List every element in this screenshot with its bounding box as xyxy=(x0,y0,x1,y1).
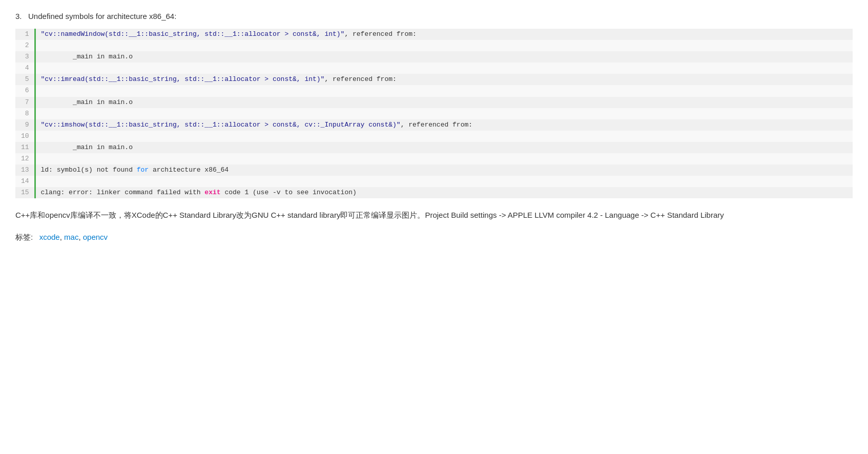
tag-link[interactable]: mac xyxy=(64,233,78,241)
line-content: clang: error: linker command failed with… xyxy=(35,187,853,198)
code-line: 10 xyxy=(15,131,853,142)
code-line: 8 xyxy=(15,108,853,119)
line-content xyxy=(35,85,853,96)
code-line: 2 xyxy=(15,40,853,51)
tag-link[interactable]: opencv xyxy=(83,233,108,241)
line-number: 8 xyxy=(15,108,35,119)
line-number: 15 xyxy=(15,187,35,198)
code-line: 1"cv::namedWindow(std::__1::basic_string… xyxy=(15,29,853,40)
line-number: 9 xyxy=(15,119,35,131)
code-line: 15clang: error: linker command failed wi… xyxy=(15,187,853,198)
code-line: 12 xyxy=(15,153,853,164)
tags-label: 标签: xyxy=(15,233,33,241)
tag-link[interactable]: xcode xyxy=(39,233,60,241)
tags-line: 标签: xcode, mac, opencv xyxy=(15,231,853,243)
line-number: 5 xyxy=(15,74,35,85)
code-line: 11 _main in main.o xyxy=(15,142,853,153)
line-content xyxy=(35,108,853,119)
section-heading: 3. Undefined symbols for architecture x8… xyxy=(15,10,853,23)
line-content: ld: symbol(s) not found for architecture… xyxy=(35,164,853,176)
code-line: 13ld: symbol(s) not found for architectu… xyxy=(15,164,853,176)
line-content: _main in main.o xyxy=(35,97,853,108)
line-number: 1 xyxy=(15,29,35,40)
line-number: 4 xyxy=(15,63,35,74)
code-line: 4 xyxy=(15,63,853,74)
section-number: 3. xyxy=(15,12,22,20)
line-content: "cv::imread(std::__1::basic_string, std:… xyxy=(35,74,853,85)
line-number: 14 xyxy=(15,176,35,187)
line-content xyxy=(35,40,853,51)
line-number: 11 xyxy=(15,142,35,153)
line-content: "cv::namedWindow(std::__1::basic_string,… xyxy=(35,29,853,40)
code-line: 3 _main in main.o xyxy=(15,51,853,63)
line-content xyxy=(35,153,853,164)
code-line: 14 xyxy=(15,176,853,187)
line-content: _main in main.o xyxy=(35,142,853,153)
code-block: 1"cv::namedWindow(std::__1::basic_string… xyxy=(15,29,853,198)
line-number: 10 xyxy=(15,131,35,142)
code-line: 5"cv::imread(std::__1::basic_string, std… xyxy=(15,74,853,85)
line-content xyxy=(35,63,853,74)
code-line: 7 _main in main.o xyxy=(15,97,853,108)
code-line: 6 xyxy=(15,85,853,96)
line-content: _main in main.o xyxy=(35,51,853,63)
description-text: C++库和opencv库编译不一致，将XCode的C++ Standard Li… xyxy=(15,209,853,222)
section-title: Undefined symbols for architecture x86_6… xyxy=(28,12,176,20)
line-number: 3 xyxy=(15,51,35,63)
line-content xyxy=(35,131,853,142)
line-content: "cv::imshow(std::__1::basic_string, std:… xyxy=(35,119,853,131)
line-content xyxy=(35,176,853,187)
line-number: 13 xyxy=(15,164,35,176)
line-number: 12 xyxy=(15,153,35,164)
line-number: 2 xyxy=(15,40,35,51)
code-line: 9"cv::imshow(std::__1::basic_string, std… xyxy=(15,119,853,131)
line-number: 7 xyxy=(15,97,35,108)
line-number: 6 xyxy=(15,85,35,96)
